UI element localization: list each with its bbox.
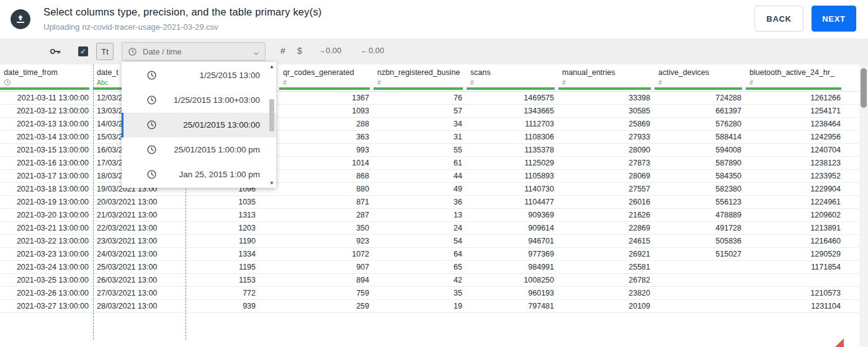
datetime-format-menu: 1/25/2015 13:001/25/2015 13:00+03:0025/0…	[122, 62, 276, 188]
table-cell: 26782	[558, 274, 655, 287]
menu-scrollbar[interactable]: ▲ ▼	[268, 62, 276, 188]
table-cell: 587890	[655, 157, 746, 170]
table-cell: 977369	[467, 248, 558, 261]
table-cell: 661397	[655, 105, 746, 118]
text-type-button[interactable]: Tt	[96, 43, 114, 60]
table-cell: 28069	[558, 170, 655, 183]
table-cell: 24	[374, 222, 467, 235]
column-header-scans[interactable]: scans#	[467, 64, 558, 92]
decrease-precision-button[interactable]: ←0.00	[360, 46, 384, 55]
menu-scroll-up-icon[interactable]: ▲	[269, 64, 274, 69]
primary-key-icon[interactable]	[48, 45, 62, 58]
table-cell: 25/03/2021 13:00	[93, 261, 186, 274]
table-cell: 1290529	[746, 248, 845, 261]
table-cell: 1093	[279, 105, 374, 118]
clock-icon	[146, 95, 157, 108]
table-cell: 1224961	[746, 196, 845, 209]
column-quality-bar	[655, 87, 742, 90]
format-option[interactable]: 1/25/2015 13:00+03:00	[122, 88, 276, 113]
column-type-label: #	[749, 79, 753, 86]
format-option[interactable]: Jan 25, 2015 1:00 pm	[122, 162, 276, 187]
table-cell: 25869	[558, 118, 655, 131]
table-cell: 259	[279, 300, 374, 313]
column-quality-bar	[0, 87, 89, 90]
table-cell: 576280	[655, 118, 746, 131]
table-cell: 1105893	[467, 170, 558, 183]
table-row: 2021-03-24 13:00:0025/03/2021 13:0011959…	[0, 261, 859, 274]
table-cell: 960193	[467, 287, 558, 300]
column-header-nzbn_registered_busine[interactable]: nzbn_registered_busine#	[374, 64, 467, 92]
clock-icon	[128, 47, 137, 59]
table-cell: 2021-03-15 13:00:00	[0, 144, 93, 157]
table-cell: 1231104	[746, 300, 845, 313]
table-cell: 19	[374, 300, 467, 313]
column-name: bluetooth_active_24_hr_	[749, 68, 834, 77]
format-option-selected[interactable]: 25/01/2015 13:00:00	[122, 113, 276, 138]
table-cell: 1209602	[746, 209, 845, 222]
table-cell: 42	[374, 274, 467, 287]
table-cell: 61	[374, 157, 467, 170]
format-option-label: 1/25/2015 13:00+03:00	[174, 95, 260, 105]
format-option[interactable]: 1/25/2015 13:00	[122, 63, 276, 88]
table-cell: 1469575	[467, 92, 558, 105]
table-cell: 20109	[558, 300, 655, 313]
table-cell	[655, 300, 746, 313]
table-cell: 2021-03-17 13:00:00	[0, 170, 93, 183]
table-cell: 1213891	[746, 222, 845, 235]
table-cell: 31	[374, 131, 467, 144]
vertical-scrollbar-thumb[interactable]	[861, 68, 867, 108]
table-cell: 797481	[467, 300, 558, 313]
table-cell: 556123	[655, 196, 746, 209]
table-row: 2021-03-19 13:00:0020/03/2021 13:0010358…	[0, 196, 859, 209]
increase-precision-button[interactable]: →0.00	[318, 46, 341, 55]
table-row: 2021-03-22 13:00:0023/03/2021 13:0011909…	[0, 235, 859, 248]
table-cell: 26/03/2021 13:00	[93, 274, 186, 287]
table-cell: 871	[279, 196, 374, 209]
table-cell: 363	[279, 131, 374, 144]
table-cell: 1035	[186, 196, 279, 209]
table-cell: 1195	[186, 261, 279, 274]
menu-scroll-down-icon[interactable]: ▼	[269, 180, 274, 186]
table-cell: 36	[374, 196, 467, 209]
table-cell: 868	[279, 170, 374, 183]
column-header-manual_entries[interactable]: manual_entries#	[558, 64, 655, 92]
table-cell: 49	[374, 183, 467, 196]
upload-status-text: Uploading nz-covid-tracer-usage-2021-03-…	[43, 22, 218, 32]
clock-icon	[146, 144, 157, 157]
table-cell: 1238464	[746, 118, 845, 131]
table-cell: 491728	[655, 222, 746, 235]
format-option[interactable]: 25/01/2015 1:00:00 pm	[122, 138, 276, 162]
table-cell: 27933	[558, 131, 655, 144]
table-cell: 2021-03-18 13:00:00	[0, 183, 93, 196]
table-cell: 1210573	[746, 287, 845, 300]
currency-type-button[interactable]: $	[297, 46, 302, 56]
table-cell: 24615	[558, 235, 655, 248]
column-header-qr_codes_generated[interactable]: qr_codes_generated#	[279, 64, 374, 92]
table-cell: 33398	[558, 92, 655, 105]
datetime-format-select[interactable]: Date / time	[122, 42, 266, 61]
number-type-button[interactable]: #	[280, 46, 285, 56]
table-cell: 1240704	[746, 144, 845, 157]
column-header-active_devices[interactable]: active_devices#	[655, 64, 746, 92]
table-cell	[746, 274, 845, 287]
column-quality-bar	[279, 87, 370, 90]
next-button[interactable]: NEXT	[812, 6, 856, 32]
table-cell: 22869	[558, 222, 655, 235]
column-header-date_time_from[interactable]: date_time_from	[0, 64, 93, 92]
menu-scrollbar-thumb[interactable]	[269, 99, 274, 131]
table-cell: 27557	[558, 183, 655, 196]
column-name: manual_entries	[562, 68, 615, 77]
vertical-scrollbar[interactable]	[859, 64, 868, 347]
column-header-bluetooth_active_24_hr_[interactable]: bluetooth_active_24_hr_#	[746, 64, 845, 92]
include-column-checkbox[interactable]: ✓	[78, 46, 88, 56]
column-type-label: #	[658, 79, 662, 86]
table-cell: 2021-03-14 13:00:00	[0, 131, 93, 144]
table-cell: 1140730	[467, 183, 558, 196]
table-cell: 2021-03-13 13:00:00	[0, 118, 93, 131]
back-button[interactable]: BACK	[754, 6, 803, 32]
table-row: 2021-03-27 13:00:0028/03/2021 13:0093925…	[0, 300, 859, 313]
table-cell: 1343665	[467, 105, 558, 118]
table-row: 2021-03-25 13:00:0026/03/2021 13:0011538…	[0, 274, 859, 287]
column-quality-bar	[746, 87, 841, 90]
table-cell: 54	[374, 235, 467, 248]
